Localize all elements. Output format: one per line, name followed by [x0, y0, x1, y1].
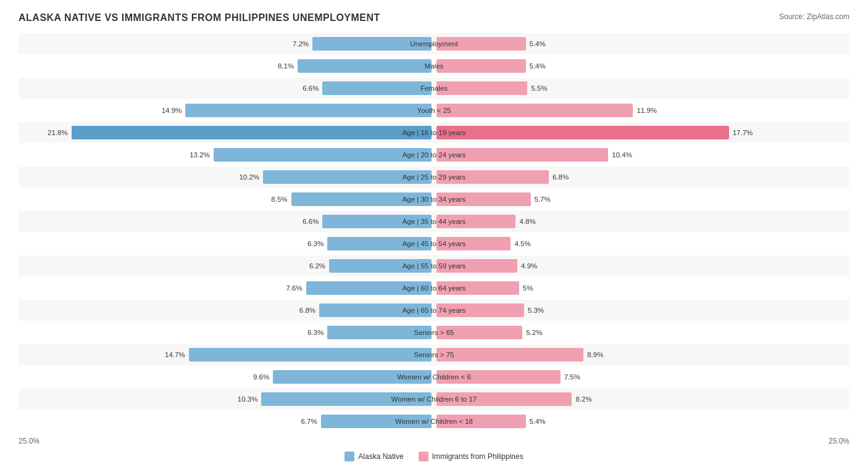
row-label: Women w/ Children 6 to 17 [391, 395, 477, 403]
value-right: 17.7% [733, 129, 753, 136]
chart-row: 6.3% Age | 45 to 54 years 4.5% [19, 233, 849, 254]
chart-row: 6.2% Age | 55 to 59 years 4.9% [19, 255, 849, 276]
row-label: Women w/ Children < 18 [395, 418, 473, 425]
bar-right-area: 6.8% [434, 170, 849, 184]
value-left: 6.8% [299, 307, 315, 314]
value-left: 9.6% [253, 373, 269, 381]
bar-left-area: 6.8% [19, 304, 434, 317]
bar-blue [214, 148, 432, 162]
value-left: 7.2% [293, 40, 309, 48]
value-right: 5.4% [530, 418, 546, 425]
bar-left-area: 6.6% [19, 215, 434, 228]
bar-left-area: 6.3% [19, 326, 434, 339]
value-left: 21.8% [48, 129, 68, 136]
chart-row: 6.7% Women w/ Children < 18 5.4% [19, 411, 849, 432]
legend-label-left: Alaska Native [358, 452, 403, 461]
row-label: Age | 65 to 74 years [403, 307, 466, 314]
legend-item-right: Immigrants from Philippines [419, 452, 524, 461]
value-right: 7.5% [564, 373, 580, 381]
bar-left-area: 7.6% [19, 281, 434, 295]
bar-pink [436, 81, 527, 95]
row-label: Unemployment [410, 40, 457, 48]
value-left: 6.6% [303, 218, 319, 225]
bar-right-area: 17.7% [434, 126, 849, 139]
value-left: 6.3% [307, 240, 323, 247]
bar-blue [322, 81, 432, 95]
value-right: 4.9% [521, 262, 537, 270]
bar-right-area: 5.4% [434, 415, 849, 428]
value-right: 8.9% [587, 351, 603, 358]
row-label: Youth < 25 [417, 107, 451, 114]
bar-blue [189, 348, 432, 362]
chart-row: 8.1% Males 5.4% [19, 56, 849, 76]
bar-right-area: 5.5% [434, 81, 849, 95]
chart-header: ALASKA NATIVE VS IMMIGRANTS FROM PHILIPP… [19, 12, 849, 23]
bar-right-area: 5% [434, 281, 849, 295]
legend-item-left: Alaska Native [344, 452, 403, 461]
bar-right-area: 4.9% [434, 259, 849, 273]
bar-left-area: 13.2% [19, 148, 434, 162]
value-left: 7.6% [286, 284, 302, 292]
value-right: 5.4% [530, 40, 546, 48]
chart-row: 6.6% Females 5.5% [19, 78, 849, 99]
bar-right-area: 11.9% [434, 104, 849, 117]
chart-row: 7.2% Unemployment 5.4% [19, 33, 849, 54]
chart-title: ALASKA NATIVE VS IMMIGRANTS FROM PHILIPP… [19, 12, 380, 23]
value-left: 13.2% [190, 151, 210, 159]
chart-row: 13.2% Age | 20 to 24 years 10.4% [19, 144, 849, 165]
legend-label-right: Immigrants from Philippines [432, 452, 524, 461]
chart-row: 8.5% Age | 30 to 34 years 5.7% [19, 189, 849, 210]
chart-container: ALASKA NATIVE VS IMMIGRANTS FROM PHILIPP… [19, 12, 849, 461]
chart-source: Source: ZipAtlas.com [779, 12, 849, 21]
chart-row: 21.8% Age | 16 to 19 years 17.7% [19, 122, 849, 143]
axis-row: 25.0% 25.0% [19, 437, 849, 445]
bar-left-area: 10.3% [19, 392, 434, 406]
bar-pink [436, 104, 633, 117]
legend: Alaska Native Immigrants from Philippine… [19, 452, 849, 461]
chart-row: 6.3% Seniors > 65 5.2% [19, 322, 849, 343]
bar-right-area: 5.3% [434, 304, 849, 317]
bar-right-area: 8.2% [434, 392, 849, 406]
value-right: 5.5% [531, 85, 547, 92]
row-label: Age | 16 to 19 years [403, 129, 466, 136]
bar-right-area: 5.4% [434, 37, 849, 51]
bar-left-area: 6.2% [19, 259, 434, 273]
value-right: 6.8% [553, 173, 569, 181]
value-left: 14.9% [162, 107, 182, 114]
bar-right-area: 5.7% [434, 192, 849, 206]
value-right: 5.2% [526, 329, 542, 336]
value-left: 10.2% [239, 173, 259, 181]
bar-left-area: 14.7% [19, 348, 434, 362]
value-right: 5% [523, 284, 533, 292]
bar-right-area: 4.8% [434, 215, 849, 228]
chart-row: 6.6% Age | 35 to 44 years 4.8% [19, 211, 849, 232]
row-label: Age | 30 to 34 years [403, 196, 466, 203]
row-label: Seniors > 75 [414, 351, 454, 358]
chart-body: 7.2% Unemployment 5.4% 8.1% Males 5.4% 6… [19, 33, 849, 432]
bar-left-area: 6.6% [19, 81, 434, 95]
chart-row: 14.9% Youth < 25 11.9% [19, 100, 849, 121]
value-left: 10.3% [238, 395, 258, 403]
bar-right-area: 5.4% [434, 59, 849, 73]
value-right: 5.3% [528, 307, 544, 314]
value-right: 8.2% [575, 395, 591, 403]
bar-pink [436, 59, 526, 73]
row-label: Age | 35 to 44 years [403, 218, 466, 225]
chart-row: 14.7% Seniors > 75 8.9% [19, 344, 849, 365]
axis-label-right: 25.0% [434, 437, 849, 445]
bar-right-area: 7.5% [434, 370, 849, 384]
bar-right-area: 8.9% [434, 348, 849, 362]
row-label: Age | 20 to 24 years [403, 151, 466, 159]
value-right: 10.4% [612, 151, 632, 159]
bar-blue [298, 59, 432, 73]
row-label: Age | 60 to 64 years [403, 284, 466, 292]
chart-row: 7.6% Age | 60 to 64 years 5% [19, 278, 849, 299]
value-left: 6.3% [307, 329, 323, 336]
bar-blue [72, 126, 432, 139]
legend-box-blue [344, 452, 354, 461]
bar-left-area: 21.8% [19, 126, 434, 139]
row-label: Age | 55 to 59 years [403, 262, 466, 270]
row-label: Seniors > 65 [414, 329, 454, 336]
chart-row: 6.8% Age | 65 to 74 years 5.3% [19, 300, 849, 321]
bar-left-area: 9.6% [19, 370, 434, 384]
